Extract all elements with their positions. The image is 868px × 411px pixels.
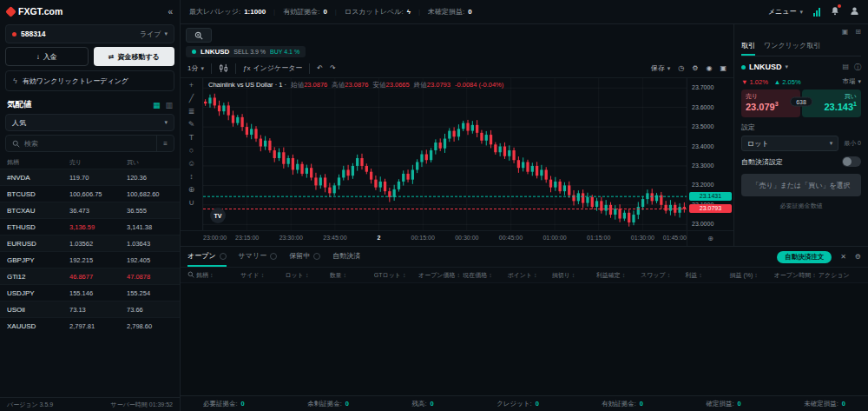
symbol-chart-icon[interactable]: ▤ <box>842 63 849 72</box>
orders-column-12[interactable]: 損益 (%)↕ <box>729 271 772 280</box>
symbol-sell-rate: SELL 3.9 % <box>233 49 266 55</box>
trade-tab-1[interactable]: ワンクリック取引 <box>764 39 820 56</box>
filter-icon[interactable]: ≡ <box>156 136 174 151</box>
trade-tab-0[interactable]: 取引 <box>741 39 755 56</box>
trade-symbol: LNKUSD <box>749 63 782 71</box>
symbol-info-icon[interactable]: ⓘ <box>854 63 861 72</box>
watchlist-row[interactable]: EURUSD1.035621.03643 <box>0 235 180 251</box>
watchlist-row[interactable]: GTi1246.867747.0878 <box>0 268 180 284</box>
trendline-icon[interactable]: ╱ <box>189 95 194 103</box>
orders-column-14[interactable]: アクション <box>819 271 861 280</box>
crosshair-icon[interactable]: + <box>189 82 194 89</box>
magnet-icon[interactable]: ∪ <box>188 199 194 207</box>
watchlist-search-input[interactable]: 検索 ≡ <box>5 135 174 152</box>
redo-button[interactable]: ↷ <box>330 64 336 72</box>
orders-tab-3[interactable]: 自動決済 <box>332 247 360 267</box>
search-icon[interactable] <box>187 271 194 279</box>
price-axis-label: 23.5000 <box>692 123 713 129</box>
trade-symbol-select[interactable]: LNKUSD ▾ ▤ ⓘ <box>741 60 861 74</box>
orders-column-8[interactable]: 損切り↕ <box>552 271 595 280</box>
topbar-metric-label: 未確定損益: <box>428 7 464 17</box>
orders-tab-2[interactable]: 保留中 <box>289 247 320 267</box>
orders-tab-1[interactable]: サマリー <box>239 247 278 267</box>
zoom-in-icon[interactable]: ⊕ <box>188 186 195 194</box>
notifications-bell-icon[interactable] <box>831 6 839 17</box>
orders-column-9[interactable]: 利益確定↕ <box>596 271 639 280</box>
column-symbol: 銘柄 <box>7 158 69 167</box>
watchlist-row[interactable]: BTCXAU36.47336.555 <box>0 202 180 218</box>
select-side-button[interactable]: 「売り」または「買い」を選択 <box>741 174 861 196</box>
lot-select[interactable]: ロット ▾ <box>741 136 838 151</box>
transfer-button[interactable]: ⇄ 資金移動する <box>94 47 175 66</box>
panel-grid-icon[interactable]: ⊞ <box>855 28 861 36</box>
trade-panel-tabs: 取引ワンクリック取引 <box>741 39 861 56</box>
status-metric-label: 余剰証拠金: <box>307 400 342 408</box>
orders-column-6[interactable]: 現在価格↕ <box>463 271 505 280</box>
brush-icon[interactable]: ✎ <box>188 121 195 129</box>
sidebar-collapse-icon[interactable]: « <box>168 7 173 17</box>
orders-column-0[interactable]: 銘柄↕ <box>196 271 239 280</box>
orders-column-11[interactable]: 利益↕ <box>685 271 727 280</box>
axis-settings-icon[interactable]: ⊕ <box>687 231 733 246</box>
watchlist-row[interactable]: GBPJPY192.215192.405 <box>0 251 180 268</box>
user-profile-icon[interactable] <box>850 6 859 17</box>
candlestick-chart[interactable] <box>203 78 687 230</box>
layout-panels-icon[interactable]: ▣ <box>720 64 727 72</box>
undo-button[interactable]: ↶ <box>317 64 323 72</box>
chart-plot[interactable]: Chainlink vs US Dollar · 1 · 始値23.0876 高… <box>203 78 687 230</box>
one-click-label: 有効ワンクリックトレーディング <box>23 76 128 86</box>
market-select[interactable]: 市場 ▾ <box>842 77 861 86</box>
emoji-icon[interactable]: ☺ <box>187 160 195 168</box>
camera-snapshot-icon[interactable]: ◉ <box>706 64 712 72</box>
save-button[interactable]: 保存 ▾ <box>651 63 671 73</box>
candle-style-button[interactable] <box>219 63 228 73</box>
orders-tab-0[interactable]: オープン <box>187 247 227 267</box>
orders-table-body <box>181 283 868 395</box>
fib-icon[interactable]: ≣ <box>188 108 195 116</box>
chart-zoom-button[interactable] <box>186 28 212 43</box>
one-click-trading-toggle[interactable]: ϟ 有効ワンクリックトレーディング <box>5 70 174 91</box>
chart-symbol-badge[interactable]: LNKUSD SELL 3.9 % BUY 4.1 % <box>186 46 306 57</box>
auto-close-order-button[interactable]: 自動決済注文 <box>777 251 832 263</box>
watchlist-row[interactable]: #NVDA119.70120.36 <box>0 169 180 185</box>
watchlist-row[interactable]: USDJPY155.146155.254 <box>0 284 180 301</box>
orders-column-5[interactable]: オープン価格↕ <box>418 271 461 280</box>
tradingview-logo[interactable]: TV <box>210 208 226 223</box>
auto-close-toggle[interactable] <box>842 156 861 167</box>
orders-column-2[interactable]: ロット↕ <box>285 271 327 280</box>
measure-icon[interactable]: ↕ <box>189 173 194 181</box>
panel-layout-icon[interactable]: ▣ <box>842 28 849 36</box>
indicators-button[interactable]: ƒx インジケーター <box>243 63 302 73</box>
watchlist-row[interactable]: XAUUSD2,797.812,798.60 <box>0 317 180 334</box>
time-axis[interactable]: 23:00:0023:15:0023:30:0023:45:00200:15:0… <box>203 231 687 246</box>
orders-column-7[interactable]: ポイント↕ <box>507 271 549 280</box>
chart-settings-gear-icon[interactable]: ⚙ <box>692 64 698 72</box>
orders-column-13[interactable]: オープン時間↕ <box>774 271 817 280</box>
close-icon[interactable]: ✕ <box>840 253 846 261</box>
watchlist-row[interactable]: USOil73.1373.66 <box>0 301 180 317</box>
status-metric-label: 残高: <box>411 400 426 408</box>
price-scale[interactable]: 23.000023.100023.200023.300023.400023.50… <box>687 78 733 230</box>
time-axis-label: 00:45:00 <box>499 235 523 241</box>
menu-button[interactable]: メニュー ▾ <box>768 7 803 17</box>
interval-select[interactable]: 1分 ▾ <box>187 63 204 73</box>
list-view-icon[interactable]: ▥ <box>165 101 173 109</box>
status-metric-value: 0 <box>431 400 434 408</box>
orders-column-3[interactable]: 数量↕ <box>330 271 372 280</box>
account-selector[interactable]: 588314 ライブ ▾ <box>5 24 174 43</box>
grid-view-icon[interactable]: ▦ <box>153 101 161 109</box>
status-metric-value: 0 <box>640 400 643 408</box>
orders-column-10[interactable]: スワップ↕ <box>641 271 683 280</box>
orders-settings-gear-icon[interactable]: ⚙ <box>855 253 861 261</box>
watchlist-row[interactable]: ETHUSD3,136.593,141.38 <box>0 218 180 235</box>
watchlist-filter-select[interactable]: 人気 ▾ <box>5 114 174 131</box>
shapes-icon[interactable]: ○ <box>189 147 194 155</box>
orders-column-4[interactable]: GTロット↕ <box>374 271 417 280</box>
text-tool-icon[interactable]: T <box>189 134 194 142</box>
signal-chart-icon[interactable] <box>813 8 820 17</box>
deposit-button[interactable]: ↓ 入金 <box>5 47 89 66</box>
orders-column-1[interactable]: サイド↕ <box>240 271 283 280</box>
clock-icon[interactable]: ◷ <box>678 64 684 72</box>
legend-low: 23.0665 <box>386 81 410 89</box>
watchlist-row[interactable]: BTCUSD100,606.75100,682.60 <box>0 185 180 202</box>
